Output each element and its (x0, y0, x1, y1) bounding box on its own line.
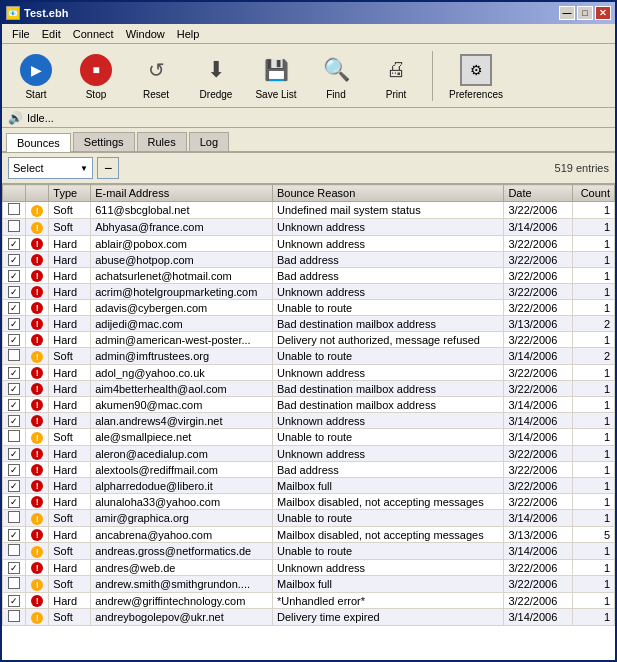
select-dropdown[interactable]: Select ▼ (8, 157, 93, 179)
table-row[interactable]: !Hardaim4betterhealth@aol.comBad destina… (3, 381, 615, 397)
row-checkbox[interactable] (3, 236, 26, 252)
table-row[interactable]: !Hardaleron@acedialup.comUnknown address… (3, 446, 615, 462)
minus-button[interactable]: − (97, 157, 119, 179)
table-row[interactable]: !Hardadol_ng@yahoo.co.ukUnknown address3… (3, 365, 615, 381)
col-header-date[interactable]: Date (504, 185, 572, 202)
row-email: adavis@cybergen.com (91, 300, 273, 316)
row-checkbox[interactable] (3, 576, 26, 593)
row-checkbox[interactable] (3, 446, 26, 462)
menu-window[interactable]: Window (120, 26, 171, 42)
row-email: amir@graphica.org (91, 510, 273, 527)
menu-connect[interactable]: Connect (67, 26, 120, 42)
row-checkbox[interactable] (3, 560, 26, 576)
row-checkbox[interactable] (3, 543, 26, 560)
save-list-button[interactable]: 💾 Save List (248, 50, 304, 102)
row-checkbox[interactable] (3, 462, 26, 478)
table-row[interactable]: !Hardandrew@griffintechnology.com*Unhand… (3, 593, 615, 609)
table-row[interactable]: !Hardachatsurlenet@hotmail.comBad addres… (3, 268, 615, 284)
start-button[interactable]: Start (8, 50, 64, 102)
table-row[interactable]: !Soft611@sbcglobal.netUndefined mail sys… (3, 202, 615, 219)
table-row[interactable]: !Hardablair@pobox.comUnknown address3/22… (3, 236, 615, 252)
row-checkbox[interactable] (3, 332, 26, 348)
tab-log[interactable]: Log (189, 132, 229, 151)
table-row[interactable]: !Softadmin@imftrustees.orgUnable to rout… (3, 348, 615, 365)
row-checkbox[interactable] (3, 478, 26, 494)
close-button[interactable]: ✕ (595, 6, 611, 20)
minimize-button[interactable]: — (559, 6, 575, 20)
row-type: Hard (49, 560, 91, 576)
row-count: 1 (572, 365, 614, 381)
row-checkbox[interactable] (3, 510, 26, 527)
col-header-reason[interactable]: Bounce Reason (272, 185, 503, 202)
table-row[interactable]: !Softamir@graphica.orgUnable to route3/1… (3, 510, 615, 527)
table-row[interactable]: !Hardalpharredodue@libero.itMailbox full… (3, 478, 615, 494)
row-checkbox[interactable] (3, 381, 26, 397)
row-checkbox[interactable] (3, 494, 26, 510)
col-header-count[interactable]: Count (572, 185, 614, 202)
table-row[interactable]: !Softandrew.smith@smithgrundon....Mailbo… (3, 576, 615, 593)
tab-bounces[interactable]: Bounces (6, 133, 71, 152)
table-row[interactable]: !Hardalan.andrews4@virgin.netUnknown add… (3, 413, 615, 429)
row-reason: Unable to route (272, 510, 503, 527)
row-severity-icon: ! (26, 462, 49, 478)
dredge-button[interactable]: ⬇ Dredge (188, 50, 244, 102)
table-row[interactable]: !Hardadmin@american-west-poster...Delive… (3, 332, 615, 348)
table-row[interactable]: !Hardalextools@rediffmail.comBad address… (3, 462, 615, 478)
table-row[interactable]: !Hardakumen90@mac.comBad destination mai… (3, 397, 615, 413)
row-checkbox[interactable] (3, 284, 26, 300)
table-row[interactable]: !SoftAbhyasa@france.comUnknown address3/… (3, 219, 615, 236)
menu-edit[interactable]: Edit (36, 26, 67, 42)
row-email: andres@web.de (91, 560, 273, 576)
table-row[interactable]: !Hardacrim@hotelgroupmarketing.comUnknow… (3, 284, 615, 300)
row-severity-icon: ! (26, 413, 49, 429)
row-checkbox[interactable] (3, 316, 26, 332)
find-button[interactable]: 🔍 Find (308, 50, 364, 102)
row-severity-icon: ! (26, 300, 49, 316)
table-row[interactable]: !Softandreas.gross@netformatics.deUnable… (3, 543, 615, 560)
maximize-button[interactable]: □ (577, 6, 593, 20)
row-checkbox[interactable] (3, 609, 26, 626)
row-reason: Mailbox full (272, 478, 503, 494)
main-window: 📧 Test.ebh — □ ✕ File Edit Connect Windo… (0, 0, 617, 662)
row-date: 3/22/2006 (504, 202, 572, 219)
table-container[interactable]: Type E-mail Address Bounce Reason Date C… (2, 184, 615, 660)
table-row[interactable]: !Hardandres@web.deUnknown address3/22/20… (3, 560, 615, 576)
menu-help[interactable]: Help (171, 26, 206, 42)
row-reason: Unknown address (272, 446, 503, 462)
table-row[interactable]: !Hardalunaloha33@yahoo.comMailbox disabl… (3, 494, 615, 510)
row-checkbox[interactable] (3, 252, 26, 268)
tab-settings[interactable]: Settings (73, 132, 135, 151)
toolbar-separator (432, 51, 433, 101)
table-row[interactable]: !Hardadijedi@mac.comBad destination mail… (3, 316, 615, 332)
row-checkbox[interactable] (3, 268, 26, 284)
row-checkbox[interactable] (3, 527, 26, 543)
table-row[interactable]: !Softandreybogolepov@ukr.netDelivery tim… (3, 609, 615, 626)
col-header-type[interactable]: Type (49, 185, 91, 202)
status-bar: 🔊 Idle... (2, 108, 615, 128)
row-checkbox[interactable] (3, 413, 26, 429)
row-checkbox[interactable] (3, 365, 26, 381)
table-row[interactable]: !Hardancabrena@yahoo.comMailbox disabled… (3, 527, 615, 543)
print-button[interactable]: 🖨 Print (368, 50, 424, 102)
row-reason: Unknown address (272, 560, 503, 576)
row-checkbox[interactable] (3, 300, 26, 316)
row-count: 1 (572, 268, 614, 284)
row-severity-icon: ! (26, 494, 49, 510)
reset-button[interactable]: ↺ Reset (128, 50, 184, 102)
menu-file[interactable]: File (6, 26, 36, 42)
stop-button[interactable]: Stop (68, 50, 124, 102)
table-row[interactable]: !Softale@smallpiece.netUnable to route3/… (3, 429, 615, 446)
tab-rules[interactable]: Rules (137, 132, 187, 151)
col-header-email[interactable]: E-mail Address (91, 185, 273, 202)
table-row[interactable]: !Hardabuse@hotpop.comBad address3/22/200… (3, 252, 615, 268)
row-reason: Bad destination mailbox address (272, 316, 503, 332)
preferences-button[interactable]: ⚙ Preferences (441, 50, 511, 102)
row-checkbox[interactable] (3, 397, 26, 413)
entry-count: 519 entries (555, 162, 609, 174)
table-row[interactable]: !Hardadavis@cybergen.comUnable to route3… (3, 300, 615, 316)
row-checkbox[interactable] (3, 429, 26, 446)
row-checkbox[interactable] (3, 593, 26, 609)
row-checkbox[interactable] (3, 219, 26, 236)
row-checkbox[interactable] (3, 348, 26, 365)
row-checkbox[interactable] (3, 202, 26, 219)
